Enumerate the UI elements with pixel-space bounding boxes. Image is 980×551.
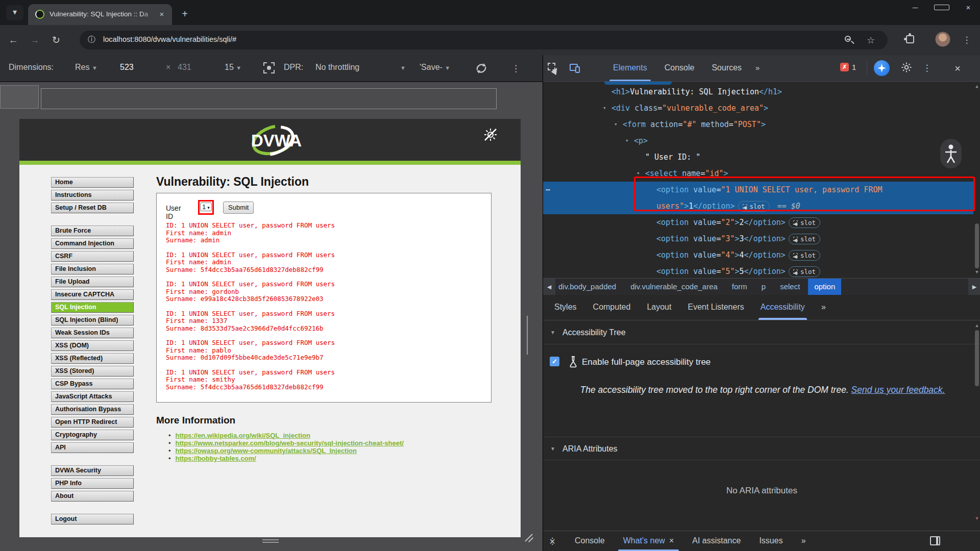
sidebar-item-csp-bypass[interactable]: CSP Bypass	[51, 379, 134, 389]
url-text[interactable]: localhost:8080/dvwa/vulnerabilities/sqli…	[103, 35, 236, 43]
device-toolbar-menu-icon[interactable]: ⋮	[511, 63, 520, 75]
sidebar-item-csrf[interactable]: CSRF	[51, 251, 134, 262]
settings-gear-icon[interactable]	[900, 61, 914, 74]
sidebar-item-file-inclusion[interactable]: File Inclusion	[51, 264, 134, 274]
forward-button[interactable]: →	[27, 32, 43, 48]
sidebar-item-dvwa-security[interactable]: DVWA Security	[51, 465, 134, 476]
slot-badge[interactable]: slot	[789, 234, 820, 244]
profile-avatar[interactable]	[935, 32, 950, 47]
dom-node[interactable]: ▾<form action="#" method="POST">	[543, 116, 973, 133]
panel-tab-layout[interactable]: Layout	[639, 295, 679, 320]
breadcrumb-item-div-body-padded[interactable]: div.body_padded	[558, 279, 616, 295]
panel-tab-event-listeners[interactable]: Event Listeners	[679, 295, 752, 320]
sidebar-item-logout[interactable]: Logout	[51, 514, 134, 524]
dom-node[interactable]: " User ID: "	[543, 149, 973, 165]
viewport-width-input[interactable]: 523	[120, 63, 134, 72]
slot-badge[interactable]: slot	[789, 217, 820, 228]
viewport-resize-icon[interactable]	[523, 529, 536, 542]
drawer-tab-what-s-new[interactable]: What's new×	[614, 531, 683, 551]
expand-arrow-icon[interactable]: ▾	[603, 100, 606, 116]
drawer-tab-console[interactable]: Console	[566, 531, 614, 551]
breadcrumb-item-form[interactable]: form	[732, 279, 747, 295]
sidebar-item-xss-dom[interactable]: XSS (DOM)	[51, 340, 134, 351]
sidebar-item-home[interactable]: Home	[51, 177, 134, 188]
close-button[interactable]: ×	[961, 3, 976, 12]
devtools-tab-elements[interactable]: Elements	[604, 55, 656, 81]
device-mode-icon[interactable]	[570, 62, 582, 74]
sidebar-item-about[interactable]: About	[51, 491, 134, 502]
sidebar-item-weak-session-ids[interactable]: Weak Session IDs	[51, 328, 134, 338]
devtools-tab-sources[interactable]: Sources	[703, 55, 750, 81]
drawer-tab-close-icon[interactable]: ×	[669, 536, 674, 545]
expand-arrow-icon[interactable]: ▾	[625, 133, 629, 149]
browser-menu-icon[interactable]: ⋮	[959, 32, 975, 48]
bookmark-star-icon[interactable]: ☆	[865, 35, 876, 46]
dimensions-preset-select[interactable]: Res ▼	[75, 63, 97, 72]
capture-settings-icon[interactable]	[263, 62, 275, 73]
dom-node[interactable]: <h1>Vulnerability: SQL Injection</h1>	[543, 84, 973, 100]
accessibility-overlay-button[interactable]	[940, 139, 962, 168]
more-tabs-icon[interactable]: »	[750, 55, 764, 81]
throttling-select[interactable]: No throttling	[315, 63, 359, 72]
breadcrumb-item-div-vulnerable-code-area[interactable]: div.vulnerable_code_area	[630, 279, 718, 295]
sidebar-item-xss-reflected[interactable]: XSS (Reflected)	[51, 353, 134, 364]
viewport-height-grip[interactable]	[262, 539, 279, 544]
tab-close-icon[interactable]: ×	[157, 9, 167, 19]
sidebar-item-authorisation-bypass[interactable]: Authorisation Bypass	[51, 404, 134, 415]
throttling-caret[interactable]: ▼	[400, 63, 406, 72]
devtools-tab-console[interactable]: Console	[656, 55, 703, 81]
slot-badge[interactable]: slot	[789, 266, 820, 277]
fullpage-tree-checkbox[interactable]: ✓	[550, 357, 559, 366]
sidebar-item-sql-injection-blind[interactable]: SQL Injection (Blind)	[51, 315, 134, 325]
submit-button[interactable]: Submit	[223, 202, 254, 214]
fullpage-tree-label[interactable]: Enable full-page accessibility tree	[582, 357, 710, 367]
sidebar-item-api[interactable]: API	[51, 442, 134, 453]
sidebar-item-file-upload[interactable]: File Upload	[51, 277, 134, 287]
breadcrumb-item-option[interactable]: option	[808, 279, 841, 295]
ai-assistant-icon[interactable]	[874, 60, 890, 76]
section-aria-attributes[interactable]: ▼ ARIA Attributes	[543, 437, 980, 460]
sidebar-item-instructions[interactable]: Instructions	[51, 190, 134, 201]
dom-node[interactable]: <option value="4">4</option>slot	[543, 247, 973, 263]
panel-tab-accessibility[interactable]: Accessibility	[752, 295, 813, 320]
sidebar-item-xss-stored[interactable]: XSS (Stored)	[51, 366, 134, 377]
external-link[interactable]: https://owasp.org/www-community/attacks/…	[176, 447, 357, 455]
rotate-viewport-icon[interactable]	[475, 62, 488, 75]
breadcrumb-item-p[interactable]: p	[762, 279, 766, 295]
dom-node[interactable]: ▾<div class="vulnerable_code_area">	[543, 100, 973, 116]
theme-toggle-icon[interactable]	[483, 127, 498, 142]
media-query-bar[interactable]	[41, 88, 497, 109]
browser-tab[interactable]: Vulnerability: SQL Injection :: Da ×	[28, 4, 172, 25]
dock-panel-icon[interactable]	[930, 536, 940, 545]
node-options-dots[interactable]: ⋯	[546, 182, 551, 198]
external-link[interactable]: https://www.netsparker.com/blog/web-secu…	[176, 439, 404, 447]
extensions-icon[interactable]	[904, 34, 916, 45]
expand-arrow-icon[interactable]: ▾	[614, 116, 618, 133]
sidebar-item-cryptography[interactable]: Cryptography	[51, 430, 134, 440]
sidebar-item-insecure-captcha[interactable]: Insecure CAPTCHA	[51, 289, 134, 300]
breadcrumb-right-icon[interactable]: ▶	[968, 279, 980, 295]
panel-tab-computed[interactable]: Computed	[585, 295, 639, 320]
back-button[interactable]: ←	[5, 32, 21, 48]
breadcrumb-item-select[interactable]: select	[780, 279, 800, 295]
zoom-level-icon[interactable]	[844, 35, 855, 46]
drawer-close-icon[interactable]: ×	[547, 535, 557, 547]
sidebar-item-command-injection[interactable]: Command Injection	[51, 238, 134, 249]
devtools-close-icon[interactable]: ×	[951, 62, 964, 74]
external-link[interactable]: https://en.wikipedia.org/wiki/SQL_inject…	[176, 432, 310, 439]
user-id-select[interactable]: 1▾	[200, 203, 212, 211]
drawer-tab-issues[interactable]: Issues	[750, 531, 792, 551]
drawer-tab-ai-assistance[interactable]: AI assistance	[683, 531, 750, 551]
feedback-link[interactable]: Send us your feedback.	[851, 385, 945, 395]
sidebar-item-php-info[interactable]: PHP Info	[51, 478, 134, 489]
dom-node[interactable]: <option value="3">3</option>slot	[543, 231, 973, 247]
sidebar-item-sql-injection[interactable]: SQL Injection	[51, 302, 134, 313]
sidebar-item-setup-reset-db[interactable]: Setup / Reset DB	[51, 203, 134, 213]
more-drawer-tabs-icon[interactable]: »	[792, 531, 814, 551]
tab-search-chevron-icon[interactable]: ▾	[6, 5, 23, 20]
dom-node[interactable]: <option value="2">2</option>slot	[543, 214, 973, 231]
error-count-badge[interactable]: ✗1	[840, 63, 856, 71]
breadcrumb-left-icon[interactable]: ◀	[543, 279, 555, 295]
viewport-width-grip[interactable]	[527, 316, 531, 335]
panel-tab-styles[interactable]: Styles	[546, 295, 585, 320]
